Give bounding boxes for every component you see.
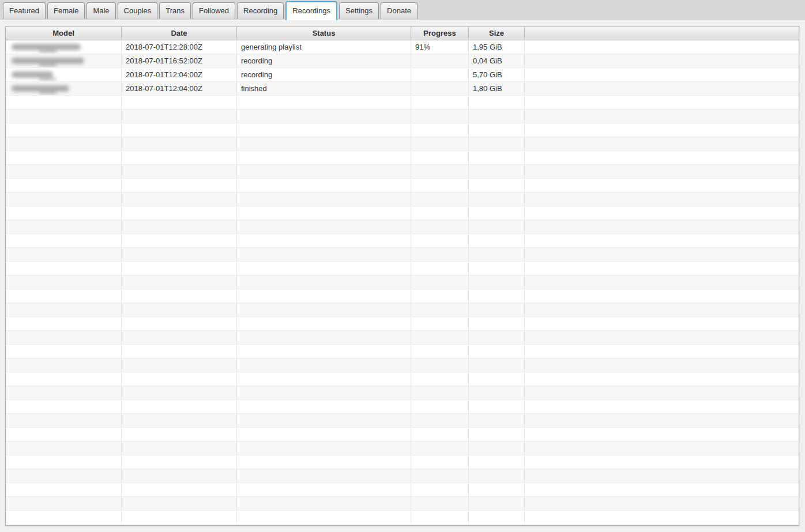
cell-status [237, 110, 411, 123]
cell-progress [411, 303, 469, 316]
cell-model [6, 276, 122, 289]
cell-progress [411, 220, 469, 233]
column-header-progress[interactable]: Progress [411, 27, 469, 40]
cell-size [469, 123, 525, 137]
cell-progress [411, 179, 469, 192]
cell-empty [525, 497, 799, 510]
cell-model [6, 359, 122, 372]
cell-progress [411, 455, 469, 469]
cell-empty [525, 455, 799, 469]
cell-progress [411, 68, 469, 81]
cell-date [122, 137, 237, 150]
cell-model [6, 372, 122, 386]
table-row[interactable]: 2018-07-01T16:52:00Zrecording0,04 GiB [6, 54, 799, 68]
cell-date [122, 165, 237, 178]
table-row-empty [6, 345, 799, 359]
cell-model [6, 96, 122, 109]
cell-progress [411, 331, 469, 344]
cell-model [6, 193, 122, 206]
cell-progress [411, 442, 469, 455]
cell-model [6, 317, 122, 330]
cell-size [469, 248, 525, 261]
table-row[interactable]: 2018-07-01T12:28:00Zgenerating playlist9… [6, 40, 799, 54]
cell-size: 1,95 GiB [469, 40, 525, 54]
column-header-model[interactable]: Model [6, 27, 122, 40]
model-name-blurred [12, 44, 81, 50]
table-row-empty [6, 442, 799, 455]
tab-male[interactable]: Male [86, 2, 115, 19]
cell-status [237, 359, 411, 372]
cell-status [237, 400, 411, 413]
tab-female[interactable]: Female [47, 2, 85, 19]
cell-status: generating playlist [237, 40, 411, 54]
cell-date [122, 345, 237, 358]
cell-model [6, 110, 122, 123]
cell-empty [525, 317, 799, 330]
cell-status [237, 442, 411, 455]
cell-progress [411, 400, 469, 413]
table-row-empty [6, 96, 799, 110]
cell-size [469, 179, 525, 192]
cell-date [122, 151, 237, 164]
cell-model [6, 428, 122, 441]
table-row-empty [6, 151, 799, 165]
cell-size [469, 165, 525, 178]
cell-empty [525, 40, 799, 54]
cell-progress [411, 206, 469, 220]
column-header-size[interactable]: Size [469, 27, 525, 40]
cell-size: 1,80 GiB [469, 82, 525, 95]
tab-donate[interactable]: Donate [381, 2, 417, 19]
cell-status [237, 123, 411, 137]
cell-status [237, 455, 411, 469]
column-header-status[interactable]: Status [237, 27, 411, 40]
tab-trans[interactable]: Trans [159, 2, 191, 19]
cell-progress [411, 511, 469, 524]
cell-empty [525, 193, 799, 206]
tab-settings[interactable]: Settings [339, 2, 379, 19]
cell-empty [525, 359, 799, 372]
cell-empty [525, 511, 799, 524]
cell-progress [411, 110, 469, 123]
cell-status [237, 137, 411, 150]
cell-date [122, 123, 237, 137]
cell-empty [525, 54, 799, 67]
cell-status [237, 372, 411, 386]
table-row-empty [6, 317, 799, 331]
cell-size [469, 414, 525, 427]
cell-progress [411, 123, 469, 137]
cell-status [237, 414, 411, 427]
cell-date [122, 262, 237, 275]
cell-model [6, 137, 122, 150]
cell-model [6, 386, 122, 399]
tab-recordings[interactable]: Recordings [285, 1, 337, 20]
cell-empty [525, 372, 799, 386]
table-row-empty [6, 289, 799, 303]
cell-model [6, 511, 122, 524]
column-header-empty[interactable] [525, 27, 799, 40]
cell-date [122, 469, 237, 482]
table-row-empty [6, 511, 799, 525]
table-row[interactable]: 2018-07-01T12:04:00Zfinished1,80 GiB [6, 82, 799, 96]
cell-size [469, 276, 525, 289]
cell-size [469, 137, 525, 150]
cell-date [122, 400, 237, 413]
tab-followed[interactable]: Followed [193, 2, 235, 19]
cell-progress [411, 234, 469, 247]
cell-size [469, 206, 525, 220]
tab-recording[interactable]: Recording [237, 2, 284, 19]
cell-size [469, 386, 525, 399]
cell-status [237, 276, 411, 289]
tab-featured[interactable]: Featured [3, 2, 46, 19]
recordings-table: ModelDateStatusProgressSize 2018-07-01T1… [5, 26, 799, 526]
cell-size [469, 455, 525, 469]
tab-couples[interactable]: Couples [118, 2, 158, 19]
tab-bar: FeaturedFemaleMaleCouplesTransFollowedRe… [0, 0, 805, 20]
cell-empty [525, 442, 799, 455]
column-header-date[interactable]: Date [122, 27, 237, 40]
cell-status [237, 151, 411, 164]
table-row[interactable]: 2018-07-01T12:04:00Zrecording5,70 GiB [6, 68, 799, 82]
cell-progress: 91% [411, 40, 469, 54]
cell-model [6, 165, 122, 178]
cell-empty [525, 262, 799, 275]
cell-size [469, 497, 525, 510]
